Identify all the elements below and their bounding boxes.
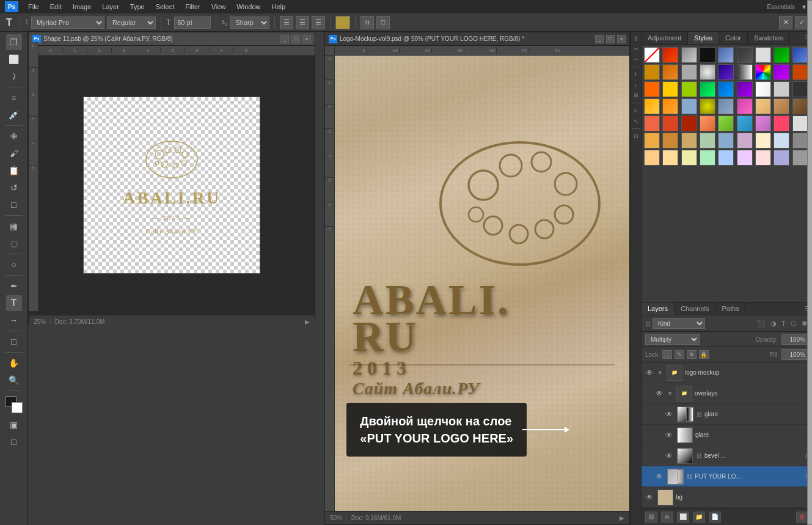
s17[interactable] xyxy=(774,81,789,97)
expand-logo-mockup[interactable]: ▼ xyxy=(657,370,663,376)
s26[interactable] xyxy=(774,98,789,114)
s54[interactable] xyxy=(792,150,808,166)
s9[interactable] xyxy=(792,64,808,80)
left-scroll-right[interactable]: ▶ xyxy=(305,318,310,325)
brush-tool[interactable]: 🖌 xyxy=(6,145,22,161)
s42[interactable] xyxy=(737,133,753,149)
text-color-swatch[interactable] xyxy=(335,16,350,29)
eye-glare-smart[interactable]: 👁 xyxy=(664,409,675,420)
menu-view[interactable]: View xyxy=(207,2,231,12)
s27[interactable] xyxy=(792,98,808,114)
s6[interactable] xyxy=(737,64,753,80)
filter-shape[interactable]: ⬡ xyxy=(789,320,798,328)
menu-edit[interactable]: Edit xyxy=(45,2,67,12)
menu-window[interactable]: Window xyxy=(232,2,265,12)
left-doc-maximize[interactable]: □ xyxy=(291,35,300,43)
s35[interactable] xyxy=(774,116,789,131)
mini-tool-5[interactable]: ↕ xyxy=(632,81,640,89)
new-group-btn[interactable]: 📁 xyxy=(693,512,705,523)
s34[interactable] xyxy=(755,116,771,131)
mini-tool-9[interactable]: ⊡ xyxy=(632,132,640,141)
menu-image[interactable]: Image xyxy=(68,2,97,12)
s19[interactable] xyxy=(644,98,660,114)
shape-tool[interactable]: □ xyxy=(6,334,22,350)
left-doc-close[interactable]: × xyxy=(302,35,311,43)
s22[interactable] xyxy=(700,98,715,114)
style-dark[interactable] xyxy=(700,47,715,63)
s12[interactable] xyxy=(681,81,697,97)
s46[interactable] xyxy=(644,150,660,166)
tab-swatches[interactable]: Swatches xyxy=(748,32,790,44)
essentials-label[interactable]: Essentials xyxy=(763,4,800,10)
s1[interactable] xyxy=(644,64,660,80)
menu-file[interactable]: File xyxy=(23,2,44,12)
s45[interactable] xyxy=(792,133,808,149)
s48[interactable] xyxy=(681,150,697,166)
new-layer-btn[interactable]: 📄 xyxy=(709,512,721,523)
quick-mask-btn[interactable]: ▣ xyxy=(6,417,22,433)
right-scroll-btn[interactable]: ▶ xyxy=(620,515,624,521)
s30[interactable] xyxy=(681,116,697,131)
eye-glare[interactable]: 👁 xyxy=(664,430,675,441)
s20[interactable] xyxy=(662,98,678,114)
menu-filter[interactable]: Filter xyxy=(180,2,205,12)
s8[interactable] xyxy=(774,64,789,80)
s15[interactable] xyxy=(737,81,753,97)
right-canvas[interactable]: ABALI. RU 2013 Сайт Абали.РУ xyxy=(335,56,629,511)
right-doc-close[interactable]: × xyxy=(617,35,626,43)
lock-all-btn[interactable]: 🔒 xyxy=(699,350,709,359)
left-doc-minimize[interactable]: _ xyxy=(280,35,289,43)
heal-tool[interactable]: ✙ xyxy=(6,128,22,144)
right-doc-minimize[interactable]: _ xyxy=(595,35,604,43)
font-style-dropdown[interactable]: Regular xyxy=(107,17,156,29)
s2[interactable] xyxy=(662,64,678,80)
lock-image-btn[interactable]: ✎ xyxy=(675,350,684,359)
mini-tool-7[interactable]: A xyxy=(632,106,640,115)
menu-select[interactable]: Select xyxy=(151,2,180,12)
s23[interactable] xyxy=(718,98,734,114)
s33[interactable] xyxy=(737,116,753,131)
s10[interactable] xyxy=(644,81,660,97)
align-right-btn[interactable]: ☰ xyxy=(312,16,325,29)
s13[interactable] xyxy=(700,81,715,97)
opacity-input[interactable] xyxy=(781,334,808,345)
char-panel-btn[interactable]: ☐ xyxy=(376,16,390,29)
style-silver[interactable] xyxy=(681,47,697,63)
font-family-dropdown[interactable]: Myriad Pro xyxy=(31,17,104,29)
blur-tool[interactable]: ◌ xyxy=(6,235,22,251)
screen-mode-btn[interactable]: □ xyxy=(6,434,22,450)
s41[interactable] xyxy=(718,133,734,149)
filter-adjust[interactable]: ◑ xyxy=(769,320,778,328)
mini-tool-3[interactable]: ⇨ xyxy=(632,55,640,64)
s53[interactable] xyxy=(774,150,789,166)
expand-overlays[interactable]: ▼ xyxy=(667,391,673,397)
s43[interactable] xyxy=(755,133,771,149)
s25[interactable] xyxy=(755,98,771,114)
zoom-tool[interactable]: 🔍 xyxy=(6,372,22,388)
history-tool[interactable]: ↺ xyxy=(6,180,22,196)
s38[interactable] xyxy=(662,133,678,149)
align-left-btn[interactable]: ☰ xyxy=(280,16,293,29)
background-color[interactable] xyxy=(12,402,23,413)
s4[interactable] xyxy=(700,64,715,80)
eye-overlays[interactable]: 👁 xyxy=(654,388,665,399)
anti-alias-dropdown[interactable]: Sharp xyxy=(230,17,269,29)
menu-help[interactable]: Help xyxy=(266,2,290,12)
style-blue2[interactable] xyxy=(792,47,808,63)
menu-type[interactable]: Type xyxy=(125,2,150,12)
type-tool[interactable]: T xyxy=(6,295,22,311)
layer-overlays[interactable]: 👁 ▼ 📁 overlays xyxy=(642,383,812,404)
s28[interactable] xyxy=(644,116,660,131)
mini-tool-2[interactable]: ⇦ xyxy=(632,45,640,53)
pen-tool[interactable]: ✒ xyxy=(6,278,22,294)
s36[interactable] xyxy=(792,116,808,131)
s24[interactable] xyxy=(737,98,753,114)
layer-bevel[interactable]: 👁 ⛓ bevel ... fx xyxy=(642,446,812,466)
s52[interactable] xyxy=(755,150,771,166)
select-tool[interactable]: ⬜ xyxy=(6,51,22,67)
eye-logo-mockup[interactable]: 👁 xyxy=(644,367,655,378)
lock-transparent-btn[interactable]: ⬚ xyxy=(662,350,672,359)
style-green[interactable] xyxy=(774,47,789,63)
s3[interactable] xyxy=(681,64,697,80)
lasso-tool[interactable]: ⤸ xyxy=(6,68,22,84)
